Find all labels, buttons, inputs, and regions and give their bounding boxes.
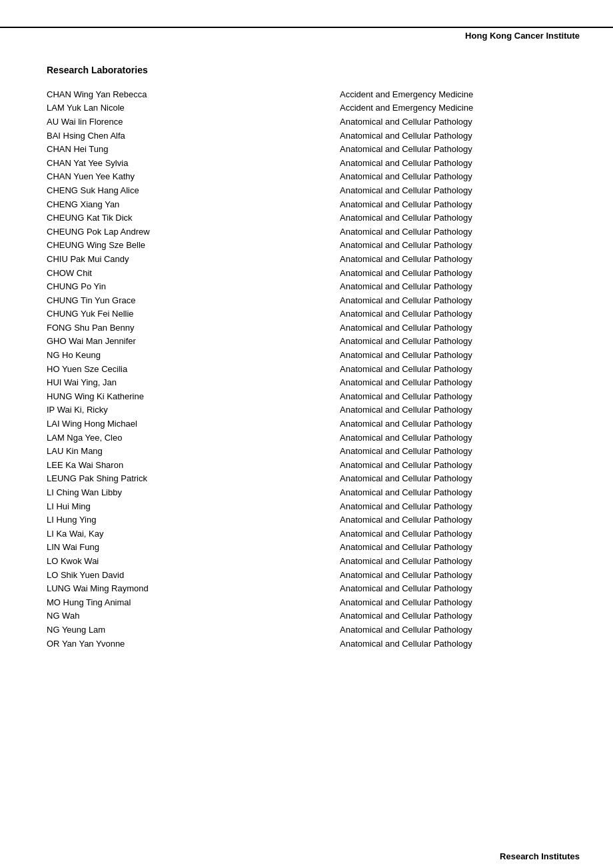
- table-row: CHENG Xiang YanAnatomical and Cellular P…: [47, 197, 580, 211]
- entry-department: Anatomical and Cellular Pathology: [340, 472, 580, 486]
- entry-department: Anatomical and Cellular Pathology: [340, 623, 580, 637]
- entry-department: Anatomical and Cellular Pathology: [340, 458, 580, 472]
- table-row: CHUNG Tin Yun GraceAnatomical and Cellul…: [47, 293, 580, 307]
- entry-name: IP Wai Ki, Ricky: [47, 403, 340, 417]
- entry-department: Anatomical and Cellular Pathology: [340, 362, 580, 376]
- entry-name: CHAN Wing Yan Rebecca: [47, 87, 340, 101]
- table-row: CHENG Suk Hang AliceAnatomical and Cellu…: [47, 183, 580, 197]
- table-row: CHIU Pak Mui CandyAnatomical and Cellula…: [47, 252, 580, 266]
- entry-department: Anatomical and Cellular Pathology: [340, 499, 580, 513]
- entry-name: FONG Shu Pan Benny: [47, 321, 340, 335]
- entry-department: Anatomical and Cellular Pathology: [340, 279, 580, 293]
- entry-department: Anatomical and Cellular Pathology: [340, 266, 580, 280]
- entry-name: HO Yuen Sze Cecilia: [47, 362, 340, 376]
- table-row: AU Wai lin FlorenceAnatomical and Cellul…: [47, 115, 580, 129]
- entry-department: Anatomical and Cellular Pathology: [340, 513, 580, 527]
- entry-name: LIN Wai Fung: [47, 541, 340, 555]
- entry-name: CHUNG Yuk Fei Nellie: [47, 307, 340, 321]
- content-area: Research Laboratories CHAN Wing Yan Rebe…: [0, 41, 613, 690]
- entry-department: Anatomical and Cellular Pathology: [340, 293, 580, 307]
- header-bar: Hong Kong Cancer Institute: [0, 27, 613, 41]
- entry-name: CHEUNG Pok Lap Andrew: [47, 225, 340, 239]
- entry-name: BAI Hsing Chen Alfa: [47, 129, 340, 143]
- entry-department: Anatomical and Cellular Pathology: [340, 156, 580, 170]
- entry-department: Anatomical and Cellular Pathology: [340, 335, 580, 349]
- entry-department: Anatomical and Cellular Pathology: [340, 183, 580, 197]
- entry-department: Anatomical and Cellular Pathology: [340, 252, 580, 266]
- table-row: GHO Wai Man JenniferAnatomical and Cellu…: [47, 335, 580, 349]
- entry-name: CHENG Suk Hang Alice: [47, 183, 340, 197]
- entry-department: Anatomical and Cellular Pathology: [340, 637, 580, 651]
- entry-department: Anatomical and Cellular Pathology: [340, 211, 580, 225]
- entry-name: CHAN Yat Yee Sylvia: [47, 156, 340, 170]
- entry-department: Anatomical and Cellular Pathology: [340, 554, 580, 568]
- table-row: LUNG Wai Ming RaymondAnatomical and Cell…: [47, 581, 580, 595]
- table-row: LI Ka Wai, KayAnatomical and Cellular Pa…: [47, 527, 580, 541]
- entry-name: CHEUNG Kat Tik Dick: [47, 211, 340, 225]
- entry-department: Anatomical and Cellular Pathology: [340, 541, 580, 555]
- table-row: LI Ching Wan LibbyAnatomical and Cellula…: [47, 485, 580, 499]
- entry-department: Anatomical and Cellular Pathology: [340, 225, 580, 239]
- table-row: NG Yeung LamAnatomical and Cellular Path…: [47, 623, 580, 637]
- entry-department: Anatomical and Cellular Pathology: [340, 417, 580, 431]
- table-row: CHAN Wing Yan RebeccaAccident and Emerge…: [47, 87, 580, 101]
- entry-department: Anatomical and Cellular Pathology: [340, 170, 580, 184]
- entry-department: Anatomical and Cellular Pathology: [340, 444, 580, 458]
- entry-department: Anatomical and Cellular Pathology: [340, 307, 580, 321]
- table-row: LEE Ka Wai SharonAnatomical and Cellular…: [47, 458, 580, 472]
- entry-name: NG Wah: [47, 609, 340, 623]
- table-row: HO Yuen Sze CeciliaAnatomical and Cellul…: [47, 362, 580, 376]
- header-title: Hong Kong Cancer Institute: [465, 31, 580, 41]
- table-row: CHUNG Po YinAnatomical and Cellular Path…: [47, 279, 580, 293]
- entry-name: CHOW Chit: [47, 266, 340, 280]
- table-row: CHAN Hei TungAnatomical and Cellular Pat…: [47, 142, 580, 156]
- entry-name: LO Kwok Wai: [47, 554, 340, 568]
- entry-department: Anatomical and Cellular Pathology: [340, 239, 580, 253]
- table-row: LEUNG Pak Shing PatrickAnatomical and Ce…: [47, 472, 580, 486]
- entry-name: CHEUNG Wing Sze Belle: [47, 239, 340, 253]
- entry-name: CHUNG Tin Yun Grace: [47, 293, 340, 307]
- entry-name: CHAN Hei Tung: [47, 142, 340, 156]
- entry-department: Anatomical and Cellular Pathology: [340, 348, 580, 362]
- entry-name: LAM Yuk Lan Nicole: [47, 101, 340, 115]
- table-row: CHAN Yat Yee SylviaAnatomical and Cellul…: [47, 156, 580, 170]
- entry-department: Anatomical and Cellular Pathology: [340, 431, 580, 445]
- entry-name: HUNG Wing Ki Katherine: [47, 389, 340, 403]
- entry-name: CHENG Xiang Yan: [47, 197, 340, 211]
- table-row: HUNG Wing Ki KatherineAnatomical and Cel…: [47, 389, 580, 403]
- page: Hong Kong Cancer Institute Research Labo…: [0, 27, 613, 868]
- entry-department: Anatomical and Cellular Pathology: [340, 142, 580, 156]
- entry-department: Anatomical and Cellular Pathology: [340, 485, 580, 499]
- table-row: NG WahAnatomical and Cellular Pathology: [47, 609, 580, 623]
- table-row: BAI Hsing Chen AlfaAnatomical and Cellul…: [47, 129, 580, 143]
- entry-department: Anatomical and Cellular Pathology: [340, 595, 580, 609]
- entry-name: LAI Wing Hong Michael: [47, 417, 340, 431]
- table-row: OR Yan Yan YvonneAnatomical and Cellular…: [47, 637, 580, 651]
- table-row: LAM Yuk Lan NicoleAccident and Emergency…: [47, 101, 580, 115]
- table-row: MO Hung Ting AnimalAnatomical and Cellul…: [47, 595, 580, 609]
- entry-department: Accident and Emergency Medicine: [340, 101, 580, 115]
- entry-name: GHO Wai Man Jennifer: [47, 335, 340, 349]
- table-row: LO Kwok WaiAnatomical and Cellular Patho…: [47, 554, 580, 568]
- table-row: CHEUNG Kat Tik DickAnatomical and Cellul…: [47, 211, 580, 225]
- entry-name: NG Yeung Lam: [47, 623, 340, 637]
- entry-name: LAM Nga Yee, Cleo: [47, 431, 340, 445]
- entry-department: Anatomical and Cellular Pathology: [340, 403, 580, 417]
- entry-department: Anatomical and Cellular Pathology: [340, 375, 580, 389]
- entry-name: LEE Ka Wai Sharon: [47, 458, 340, 472]
- table-row: LIN Wai FungAnatomical and Cellular Path…: [47, 541, 580, 555]
- entry-name: OR Yan Yan Yvonne: [47, 637, 340, 651]
- entry-name: AU Wai lin Florence: [47, 115, 340, 129]
- entry-name: CHIU Pak Mui Candy: [47, 252, 340, 266]
- table-row: IP Wai Ki, RickyAnatomical and Cellular …: [47, 403, 580, 417]
- entry-name: LI Hung Ying: [47, 513, 340, 527]
- entry-name: LI Ka Wai, Kay: [47, 527, 340, 541]
- table-row: LI Hui MingAnatomical and Cellular Patho…: [47, 499, 580, 513]
- table-row: CHEUNG Wing Sze BelleAnatomical and Cell…: [47, 239, 580, 253]
- section-heading: Research Laboratories: [47, 65, 580, 75]
- table-row: LAU Kin MangAnatomical and Cellular Path…: [47, 444, 580, 458]
- footer-label: Research Institutes: [500, 851, 580, 861]
- entry-name: LI Ching Wan Libby: [47, 485, 340, 499]
- table-row: CHOW ChitAnatomical and Cellular Patholo…: [47, 266, 580, 280]
- table-row: NG Ho KeungAnatomical and Cellular Patho…: [47, 348, 580, 362]
